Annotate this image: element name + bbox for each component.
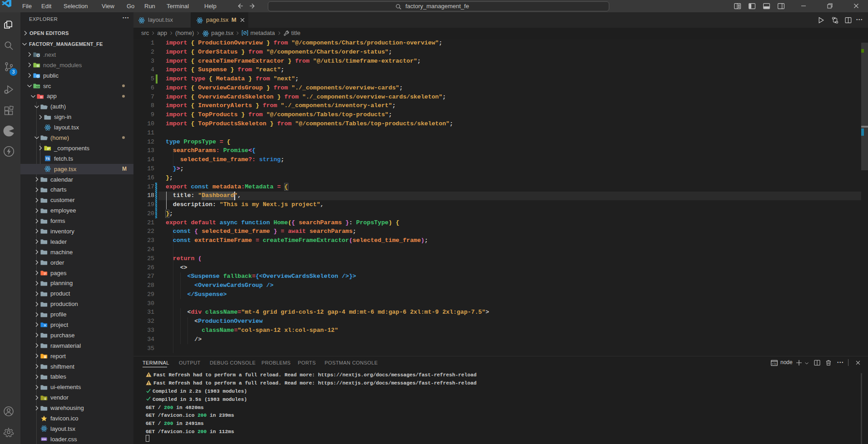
svg-text:TS: TS (46, 157, 50, 160)
svg-text:css: css (42, 438, 46, 441)
svg-text:N: N (37, 54, 39, 57)
svg-text:</>: </> (36, 85, 40, 88)
svg-text:cli: cli (772, 362, 777, 365)
